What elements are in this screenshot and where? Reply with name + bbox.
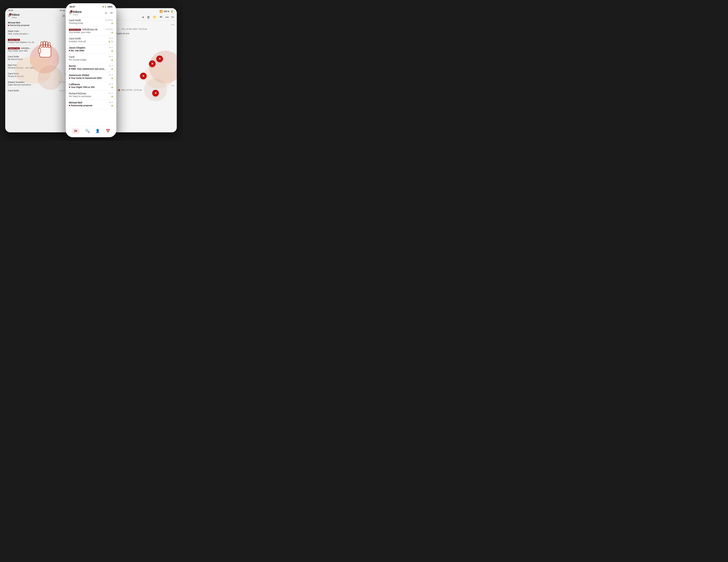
list-item[interactable]: Michael Bell Jun 4 Partnership proposal …	[66, 99, 116, 109]
email-subject: My Secure Email	[8, 58, 23, 60]
tablet-right: 📶 100 % 🔋 ➜ 🗑 📁 👁 ••• ✏ ••• 🔒 📨 Thu, 24 …	[111, 8, 177, 132]
tablet-right-status-bar: 📶 100 % 🔋	[111, 8, 177, 14]
email-timestamp-2: 🔒 📤 Mon 13 Feb • 11:43 am	[114, 89, 174, 91]
sender-name: Steph Cohn	[8, 30, 19, 32]
more-options-icon-2[interactable]: •••	[171, 84, 174, 88]
sender-name: Michael Bell	[8, 21, 20, 24]
lock-icon: 🔒	[111, 59, 113, 61]
list-item[interactable]: Carol Smith 18 Oct 202…	[5, 88, 72, 94]
delete-icon[interactable]: 🗑	[147, 15, 150, 19]
phone-compose-icon[interactable]: ✏	[110, 11, 113, 15]
tablet-left-status-bar: 07:37 Fri 16. Jun	[5, 8, 72, 12]
hide-icon[interactable]: 👁	[159, 15, 163, 19]
list-item[interactable]: Steph Cohn Alice, is your job post s…	[5, 28, 72, 37]
tablet-left-inbox-title: Inbox	[12, 13, 20, 17]
phone-online-status: Online	[73, 14, 82, 16]
battery-text: 100 %	[164, 10, 169, 13]
list-item[interactable]: Tutanota Team hello@tu… Your emails, you…	[5, 45, 72, 54]
tablet-left-time: 07:37	[8, 9, 13, 11]
list-item[interactable]: Nick Freh Personal Security – also digit…	[5, 62, 72, 71]
lock-icon: 🔒	[108, 41, 110, 42]
tablet-left: 07:37 Fri 16. Jun ☰ 1 Inbox Online ⊟ ⊙	[5, 8, 72, 132]
person-icon: 👤	[95, 129, 100, 133]
phone-battery-icon: 🔋	[104, 6, 107, 8]
list-item[interactable]: Tutanota Team Privacy Fans Rejoice! / s.…	[5, 37, 72, 45]
list-item[interactable]: Jason Chaplen Jun 5 Re: Job Offer 🔒	[66, 45, 116, 54]
phone-status-bar: 08:07 ▾ 🔋 100%	[66, 3, 116, 9]
list-item[interactable]: Gamescom Global Jun 4 Your invite to Gam…	[66, 72, 116, 81]
phone-badge-count: 1	[70, 10, 73, 13]
email-subject: Privacy & Security	[8, 75, 24, 77]
email-subject: Your invite to Gamescom 2023	[71, 77, 102, 79]
list-item[interactable]: Tutanota Team hello@tutao.de yesterday Y…	[66, 26, 116, 35]
lock-icon: 🔒	[111, 68, 113, 70]
list-item[interactable]: Edward Snowden 18 Oct 202… Cyber Securit…	[5, 79, 72, 88]
email-date: yesterday	[105, 28, 113, 31]
sender-name: Michael Bell	[69, 101, 82, 104]
unread-dot	[69, 105, 70, 106]
sender-name: Tutanota Team hello@tutao.de	[69, 28, 98, 31]
nav-contacts[interactable]: 👤	[95, 129, 100, 133]
sender-name: Carol	[69, 56, 74, 58]
phone-center: 08:07 ▾ 🔋 100% ☰ 1 Inbox Online ☺ ✏	[66, 3, 116, 137]
compose-icon[interactable]: ✏	[171, 15, 174, 19]
phone-emoji-icon[interactable]: ☺	[104, 11, 108, 15]
sender-name: Carol Smith	[8, 72, 19, 75]
search-icon: 🔍	[85, 129, 90, 133]
sender-name: Edward Snowden	[8, 81, 25, 83]
email-date: Jun 4	[109, 83, 113, 86]
email-date: Jun 4	[109, 74, 113, 76]
unread-dot	[69, 77, 70, 79]
email-subject: Your emails, your rules	[8, 50, 28, 52]
more-icon[interactable]: •••	[165, 15, 169, 19]
sender-name: Tutanota Team hello@tu…	[8, 47, 32, 49]
list-item[interactable]: Lufthansa Jun 4 Your Flight: FRA to JFK …	[66, 81, 116, 90]
scene: 07:37 Fri 16. Jun ☰ 1 Inbox Online ⊟ ⊙	[5, 3, 177, 137]
more-options-icon[interactable]: •••	[171, 23, 174, 27]
close-button-2[interactable]: ✕	[149, 60, 156, 67]
close-button-4[interactable]: ✕	[152, 90, 159, 96]
email-date-2: Mon 13 Feb • 11:43 am	[122, 89, 142, 91]
nav-mail[interactable]: ✉	[72, 128, 79, 134]
filter-icon[interactable]: ⊟	[62, 14, 65, 18]
tablet-left-online-status: Online	[12, 17, 20, 18]
list-item[interactable]: Bernd Jun 4 FWD: Your submission was acc…	[66, 63, 116, 72]
email-date: Jun 4	[109, 56, 113, 58]
email-subject: Alice, is your job post s…	[8, 33, 30, 35]
tutanota-tag: Tutanota Team	[8, 39, 20, 41]
sender-name: Carol Smith	[69, 19, 81, 22]
phone-bottom-nav: ✉ 🔍 👤 📅	[66, 126, 116, 137]
tablet-left-inbox-badge[interactable]: ☰ 1	[8, 14, 10, 18]
list-item[interactable]: Michael Bell 3 Jun Partnership proposal	[5, 20, 72, 28]
reply-icon[interactable]: ➜	[141, 15, 144, 19]
lock-icon: 🔒	[111, 86, 113, 88]
list-item[interactable]: Carol Smith 18 Oct Privacy & Security 🔒	[5, 71, 72, 79]
sender-name: Nick Freh	[8, 64, 17, 66]
lock-icon: 🔒	[111, 77, 113, 79]
email-subject: Personal Security – also digita…	[8, 67, 36, 69]
email-body-text: encrypts all your	[114, 32, 130, 35]
folder-icon[interactable]: 📁	[153, 15, 157, 19]
tutanota-tag: Tutanota Team	[69, 29, 81, 31]
email-subject: Your emails, your rules	[69, 31, 91, 33]
list-item[interactable]: Carol Smith yesterday Phishing Email 🔒	[66, 17, 116, 26]
nav-search[interactable]: 🔍	[85, 129, 90, 133]
list-item[interactable]: Carol Smith Jun 5 Invitation: Kick-off 🔒…	[66, 35, 116, 45]
email-subject: FWD: Your submission was accepted.	[71, 68, 107, 70]
email-subject: Cyber Security Importance	[8, 84, 31, 86]
list-item[interactable]: Carol Jun 4 Re: Annual budget 🔒	[66, 54, 116, 63]
unread-dot	[69, 50, 70, 51]
send-icon: 📨	[118, 28, 120, 30]
sender-name: Lufthansa	[69, 83, 80, 86]
email-subject: Privacy Fans Rejoice! / s.u. fü…	[8, 41, 36, 43]
phone-inbox-badge[interactable]: ☰ 1	[69, 11, 72, 15]
list-item[interactable]: Richard McEwan Jun 4 Re: Need to resched…	[66, 90, 116, 99]
close-button-3[interactable]: ✕	[140, 73, 147, 79]
attachment-icon: 📎	[111, 41, 113, 42]
close-button-1[interactable]: ✕	[156, 56, 163, 62]
email-subject: Your Flight: FRA to JFK	[71, 86, 95, 88]
email-date: Jun 4	[109, 92, 113, 95]
list-item[interactable]: Carol Smith My Secure Email	[5, 54, 72, 62]
wifi-icon: 📶	[159, 10, 163, 13]
nav-calendar[interactable]: 📅	[106, 129, 110, 133]
